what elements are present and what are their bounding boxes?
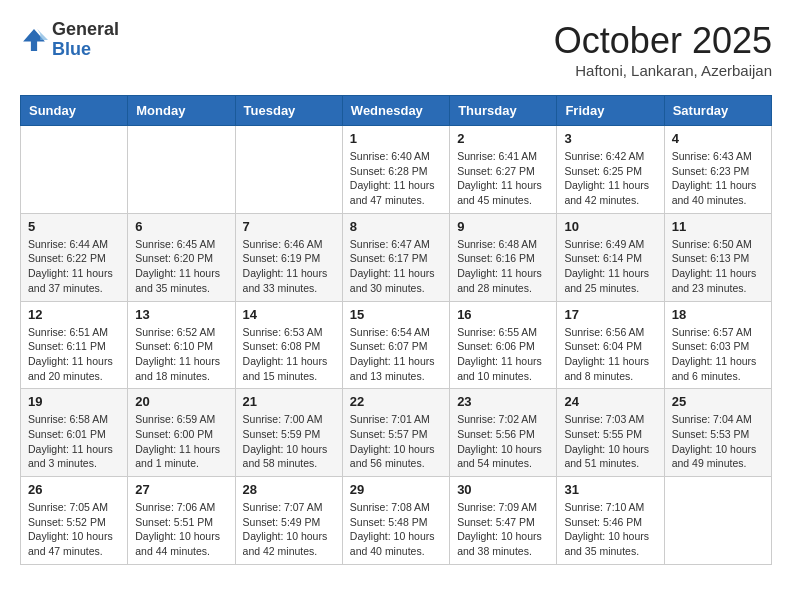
day-info: Sunrise: 7:06 AMSunset: 5:51 PMDaylight:… [135,500,227,559]
calendar-cell: 6Sunrise: 6:45 AMSunset: 6:20 PMDaylight… [128,213,235,301]
day-number: 4 [672,131,764,146]
calendar-cell: 10Sunrise: 6:49 AMSunset: 6:14 PMDayligh… [557,213,664,301]
day-number: 30 [457,482,549,497]
day-number: 18 [672,307,764,322]
day-info: Sunrise: 7:09 AMSunset: 5:47 PMDaylight:… [457,500,549,559]
logo-text: General Blue [52,20,119,60]
day-info: Sunrise: 6:56 AMSunset: 6:04 PMDaylight:… [564,325,656,384]
day-info: Sunrise: 6:55 AMSunset: 6:06 PMDaylight:… [457,325,549,384]
calendar-cell: 25Sunrise: 7:04 AMSunset: 5:53 PMDayligh… [664,389,771,477]
weekday-header-saturday: Saturday [664,96,771,126]
day-info: Sunrise: 6:40 AMSunset: 6:28 PMDaylight:… [350,149,442,208]
day-number: 17 [564,307,656,322]
weekday-header-sunday: Sunday [21,96,128,126]
weekday-header-monday: Monday [128,96,235,126]
day-number: 31 [564,482,656,497]
day-info: Sunrise: 6:53 AMSunset: 6:08 PMDaylight:… [243,325,335,384]
day-number: 1 [350,131,442,146]
day-info: Sunrise: 6:58 AMSunset: 6:01 PMDaylight:… [28,412,120,471]
calendar-cell: 17Sunrise: 6:56 AMSunset: 6:04 PMDayligh… [557,301,664,389]
weekday-header-friday: Friday [557,96,664,126]
day-number: 29 [350,482,442,497]
day-number: 13 [135,307,227,322]
day-number: 27 [135,482,227,497]
day-number: 23 [457,394,549,409]
day-number: 15 [350,307,442,322]
logo-icon [20,26,48,54]
day-info: Sunrise: 7:05 AMSunset: 5:52 PMDaylight:… [28,500,120,559]
calendar-table: SundayMondayTuesdayWednesdayThursdayFrid… [20,95,772,565]
day-number: 25 [672,394,764,409]
calendar-cell: 5Sunrise: 6:44 AMSunset: 6:22 PMDaylight… [21,213,128,301]
day-number: 19 [28,394,120,409]
day-info: Sunrise: 6:57 AMSunset: 6:03 PMDaylight:… [672,325,764,384]
day-info: Sunrise: 6:44 AMSunset: 6:22 PMDaylight:… [28,237,120,296]
calendar-cell: 8Sunrise: 6:47 AMSunset: 6:17 PMDaylight… [342,213,449,301]
calendar-cell: 2Sunrise: 6:41 AMSunset: 6:27 PMDaylight… [450,126,557,214]
calendar-cell: 13Sunrise: 6:52 AMSunset: 6:10 PMDayligh… [128,301,235,389]
calendar-cell [235,126,342,214]
week-row-1: 1Sunrise: 6:40 AMSunset: 6:28 PMDaylight… [21,126,772,214]
day-info: Sunrise: 6:48 AMSunset: 6:16 PMDaylight:… [457,237,549,296]
day-info: Sunrise: 7:02 AMSunset: 5:56 PMDaylight:… [457,412,549,471]
day-number: 28 [243,482,335,497]
day-number: 21 [243,394,335,409]
day-info: Sunrise: 6:49 AMSunset: 6:14 PMDaylight:… [564,237,656,296]
day-number: 12 [28,307,120,322]
week-row-3: 12Sunrise: 6:51 AMSunset: 6:11 PMDayligh… [21,301,772,389]
day-info: Sunrise: 7:08 AMSunset: 5:48 PMDaylight:… [350,500,442,559]
calendar-cell: 18Sunrise: 6:57 AMSunset: 6:03 PMDayligh… [664,301,771,389]
calendar-cell [664,477,771,565]
day-info: Sunrise: 6:41 AMSunset: 6:27 PMDaylight:… [457,149,549,208]
calendar-cell: 21Sunrise: 7:00 AMSunset: 5:59 PMDayligh… [235,389,342,477]
calendar-cell: 30Sunrise: 7:09 AMSunset: 5:47 PMDayligh… [450,477,557,565]
day-number: 24 [564,394,656,409]
logo: General Blue [20,20,119,60]
week-row-2: 5Sunrise: 6:44 AMSunset: 6:22 PMDaylight… [21,213,772,301]
weekday-header-thursday: Thursday [450,96,557,126]
day-info: Sunrise: 6:50 AMSunset: 6:13 PMDaylight:… [672,237,764,296]
calendar-cell: 24Sunrise: 7:03 AMSunset: 5:55 PMDayligh… [557,389,664,477]
day-info: Sunrise: 7:07 AMSunset: 5:49 PMDaylight:… [243,500,335,559]
day-number: 22 [350,394,442,409]
month-title: October 2025 [554,20,772,62]
day-info: Sunrise: 7:01 AMSunset: 5:57 PMDaylight:… [350,412,442,471]
calendar-cell: 3Sunrise: 6:42 AMSunset: 6:25 PMDaylight… [557,126,664,214]
day-number: 20 [135,394,227,409]
day-info: Sunrise: 7:03 AMSunset: 5:55 PMDaylight:… [564,412,656,471]
day-number: 9 [457,219,549,234]
day-info: Sunrise: 6:43 AMSunset: 6:23 PMDaylight:… [672,149,764,208]
week-row-4: 19Sunrise: 6:58 AMSunset: 6:01 PMDayligh… [21,389,772,477]
day-number: 2 [457,131,549,146]
calendar-cell: 1Sunrise: 6:40 AMSunset: 6:28 PMDaylight… [342,126,449,214]
day-number: 11 [672,219,764,234]
weekday-header-row: SundayMondayTuesdayWednesdayThursdayFrid… [21,96,772,126]
weekday-header-wednesday: Wednesday [342,96,449,126]
day-number: 10 [564,219,656,234]
calendar-cell: 22Sunrise: 7:01 AMSunset: 5:57 PMDayligh… [342,389,449,477]
day-info: Sunrise: 7:00 AMSunset: 5:59 PMDaylight:… [243,412,335,471]
calendar-cell: 12Sunrise: 6:51 AMSunset: 6:11 PMDayligh… [21,301,128,389]
day-info: Sunrise: 6:47 AMSunset: 6:17 PMDaylight:… [350,237,442,296]
calendar-cell: 19Sunrise: 6:58 AMSunset: 6:01 PMDayligh… [21,389,128,477]
day-number: 3 [564,131,656,146]
calendar-cell: 4Sunrise: 6:43 AMSunset: 6:23 PMDaylight… [664,126,771,214]
day-info: Sunrise: 6:45 AMSunset: 6:20 PMDaylight:… [135,237,227,296]
calendar-cell [128,126,235,214]
calendar-cell: 23Sunrise: 7:02 AMSunset: 5:56 PMDayligh… [450,389,557,477]
calendar-cell: 20Sunrise: 6:59 AMSunset: 6:00 PMDayligh… [128,389,235,477]
day-number: 26 [28,482,120,497]
location: Haftoni, Lankaran, Azerbaijan [554,62,772,79]
day-number: 14 [243,307,335,322]
calendar-cell: 28Sunrise: 7:07 AMSunset: 5:49 PMDayligh… [235,477,342,565]
calendar-cell [21,126,128,214]
day-info: Sunrise: 6:42 AMSunset: 6:25 PMDaylight:… [564,149,656,208]
day-number: 16 [457,307,549,322]
week-row-5: 26Sunrise: 7:05 AMSunset: 5:52 PMDayligh… [21,477,772,565]
calendar-cell: 14Sunrise: 6:53 AMSunset: 6:08 PMDayligh… [235,301,342,389]
calendar-cell: 29Sunrise: 7:08 AMSunset: 5:48 PMDayligh… [342,477,449,565]
day-number: 6 [135,219,227,234]
page-header: General Blue October 2025 Haftoni, Lanka… [20,20,772,79]
calendar-cell: 16Sunrise: 6:55 AMSunset: 6:06 PMDayligh… [450,301,557,389]
day-info: Sunrise: 7:10 AMSunset: 5:46 PMDaylight:… [564,500,656,559]
